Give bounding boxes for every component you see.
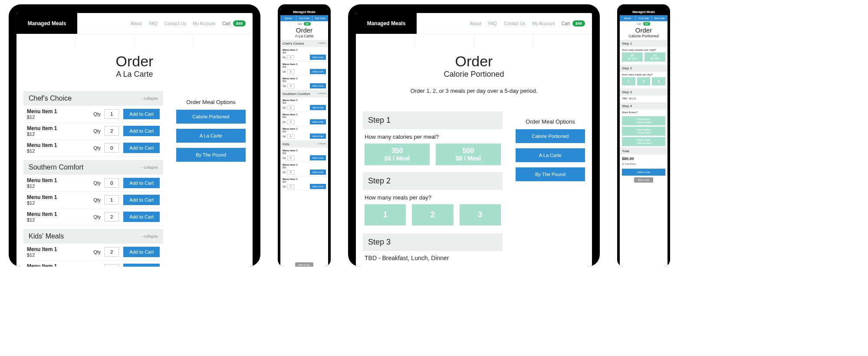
calorie-option[interactable]: 350$6 / Meal bbox=[622, 52, 643, 62]
meals-per-day-option[interactable]: 3 bbox=[460, 204, 501, 225]
brand-logo[interactable]: Managed Meals bbox=[16, 13, 77, 34]
qty-input[interactable] bbox=[104, 195, 119, 205]
qty-input[interactable] bbox=[287, 55, 294, 60]
qty-input[interactable] bbox=[287, 170, 294, 175]
collapse-toggle[interactable]: - collapse bbox=[141, 234, 158, 238]
calorie-price: $6 / Meal bbox=[366, 155, 428, 162]
add-to-cart-button[interactable]: Add to Cart bbox=[123, 195, 160, 205]
qty-input[interactable] bbox=[287, 184, 294, 189]
nav-about[interactable]: About bbox=[131, 21, 142, 26]
item-price: $12 bbox=[283, 180, 326, 183]
add-to-cart-button[interactable]: Add to Cart bbox=[310, 155, 326, 160]
calorie-option[interactable]: 500$8 / Meal bbox=[644, 52, 665, 62]
add-to-cart-button[interactable]: Add to Cart bbox=[310, 69, 326, 74]
add-to-cart-button[interactable]: Add to Cart bbox=[310, 105, 326, 110]
add-to-cart-button[interactable]: Add to Cart bbox=[123, 109, 160, 119]
add-to-cart-button[interactable]: Add to Cart bbox=[123, 178, 160, 188]
meals-per-day-option[interactable]: 2 bbox=[637, 77, 651, 85]
section-header[interactable]: Southern Comfort- collapse bbox=[280, 90, 328, 98]
add-to-cart-button[interactable]: Add to Cart bbox=[310, 83, 326, 88]
add-to-cart-button[interactable]: Add to Cart bbox=[123, 126, 160, 136]
sidebtn-pound[interactable]: By The Pound bbox=[176, 148, 246, 162]
collapse-toggle[interactable]: - collapse bbox=[317, 142, 326, 146]
main-column: Step 1 How many calories per meal? 350$6… bbox=[363, 107, 503, 267]
meals-per-day-option[interactable]: 1 bbox=[622, 77, 635, 85]
back-to-top-button[interactable]: Back to Top bbox=[295, 262, 313, 267]
tab-alacarte[interactable]: A La Carte bbox=[636, 15, 652, 21]
nav-about[interactable]: About bbox=[470, 21, 481, 26]
qty-input[interactable] bbox=[287, 84, 294, 88]
brand-logo[interactable]: Managed Meals bbox=[356, 13, 417, 34]
tab-special[interactable]: Special bbox=[620, 15, 636, 21]
extra-option[interactable]: Make It Paleo+ $20 per week bbox=[622, 137, 665, 146]
collapse-toggle[interactable]: - collapse bbox=[141, 96, 158, 101]
qty-input[interactable] bbox=[104, 109, 119, 119]
nav-contact[interactable]: Contact Us bbox=[504, 21, 525, 26]
item-price: $12 bbox=[27, 148, 93, 154]
nav-faq[interactable]: FAQ bbox=[488, 21, 497, 26]
nav-cart[interactable]: Cart $40 bbox=[562, 20, 585, 26]
qty-input[interactable] bbox=[104, 178, 119, 188]
nav-account[interactable]: My Account bbox=[193, 21, 215, 26]
qty-input[interactable] bbox=[104, 264, 119, 267]
back-to-top-button[interactable]: Back to Top bbox=[634, 177, 653, 183]
tab-special[interactable]: Special bbox=[280, 15, 296, 21]
qty-input[interactable] bbox=[287, 105, 294, 110]
add-to-cart-button[interactable]: Add to Cart bbox=[123, 212, 160, 222]
extra-option[interactable]: Extra Veggies+ $5 per week bbox=[622, 127, 665, 136]
add-to-cart-button[interactable]: Add to Cart bbox=[622, 169, 665, 176]
add-to-cart-button[interactable]: Add to Cart bbox=[310, 55, 326, 60]
sidebtn-pound[interactable]: By The Pound bbox=[516, 167, 585, 181]
qty-input[interactable] bbox=[104, 247, 119, 257]
calorie-price: $8 / Meal bbox=[437, 155, 499, 162]
qty-input[interactable] bbox=[104, 126, 119, 136]
meals-per-day-option[interactable]: 1 bbox=[365, 204, 406, 225]
qty-input[interactable] bbox=[287, 156, 294, 160]
add-to-cart-button[interactable]: Add to Cart bbox=[123, 143, 160, 153]
add-to-cart-button[interactable]: Add to Cart bbox=[310, 134, 326, 139]
sidebtn-alacarte[interactable]: A La Carte bbox=[516, 148, 585, 162]
top-header: Managed Meals About FAQ Contact Us My Ac… bbox=[16, 13, 253, 34]
tab-bulk[interactable]: Bulk Order bbox=[652, 15, 667, 21]
nav-account[interactable]: My Account bbox=[532, 21, 555, 26]
extra-option[interactable]: Extra Protein+ $10 per week bbox=[622, 116, 665, 125]
calorie-option[interactable]: 350$6 / Meal bbox=[365, 144, 430, 165]
meals-per-day-option[interactable]: 3 bbox=[652, 77, 665, 85]
sidebtn-calorie[interactable]: Calorie Portioned bbox=[176, 110, 246, 124]
meals-per-day-option[interactable]: 2 bbox=[412, 204, 453, 225]
tab-alacarte[interactable]: A La Carte bbox=[296, 15, 312, 21]
add-to-cart-button[interactable]: Add to Cart bbox=[310, 119, 326, 124]
brand-logo[interactable]: Managed Meals bbox=[280, 9, 328, 15]
qty-input[interactable] bbox=[287, 120, 294, 124]
nav-contact[interactable]: Contact Us bbox=[164, 21, 186, 26]
item-name: Menu Item 1 bbox=[27, 211, 93, 217]
brand-logo[interactable]: Managed Meals bbox=[620, 9, 667, 15]
tab-bulk[interactable]: Bulk Order bbox=[312, 15, 328, 21]
section-header[interactable]: Chef's Choice- collapse bbox=[280, 40, 328, 47]
add-to-cart-button[interactable]: Add to Cart bbox=[123, 247, 160, 257]
add-to-cart-button[interactable]: Add to Cart bbox=[310, 170, 326, 175]
qty-input[interactable] bbox=[287, 69, 294, 74]
sidebtn-alacarte[interactable]: A La Carte bbox=[176, 129, 246, 143]
section-header[interactable]: Chef's Choice- collapse bbox=[23, 91, 163, 106]
nav-cart[interactable]: Cart $40 bbox=[222, 20, 246, 26]
phone-cart[interactable]: Cart $40 bbox=[620, 21, 667, 26]
cart-label: Cart bbox=[222, 21, 230, 26]
qty-input[interactable] bbox=[287, 134, 294, 139]
qty-input[interactable] bbox=[104, 212, 119, 222]
phone-cart[interactable]: Cart $40 bbox=[280, 21, 328, 26]
section-header[interactable]: Kids- collapse bbox=[280, 140, 328, 148]
section-header[interactable]: Southern Comfort- collapse bbox=[23, 160, 163, 175]
sidebtn-calorie[interactable]: Calorie Portioned bbox=[516, 129, 585, 143]
add-to-cart-button[interactable]: Add to Cart bbox=[310, 184, 326, 189]
step2-question: How many meals per day? bbox=[620, 72, 667, 77]
qty-input[interactable] bbox=[104, 143, 119, 153]
section-header[interactable]: Kids' Meals- collapse bbox=[23, 229, 163, 244]
calorie-option[interactable]: 500$8 / Meal bbox=[436, 144, 501, 165]
nav-faq[interactable]: FAQ bbox=[149, 21, 158, 26]
collapse-toggle[interactable]: - collapse bbox=[317, 42, 326, 46]
collapse-toggle[interactable]: - collapse bbox=[317, 92, 326, 96]
calorie-price: $6 / Meal bbox=[622, 57, 642, 60]
collapse-toggle[interactable]: - collapse bbox=[141, 165, 158, 170]
add-to-cart-button[interactable]: Add to Cart bbox=[123, 264, 160, 267]
